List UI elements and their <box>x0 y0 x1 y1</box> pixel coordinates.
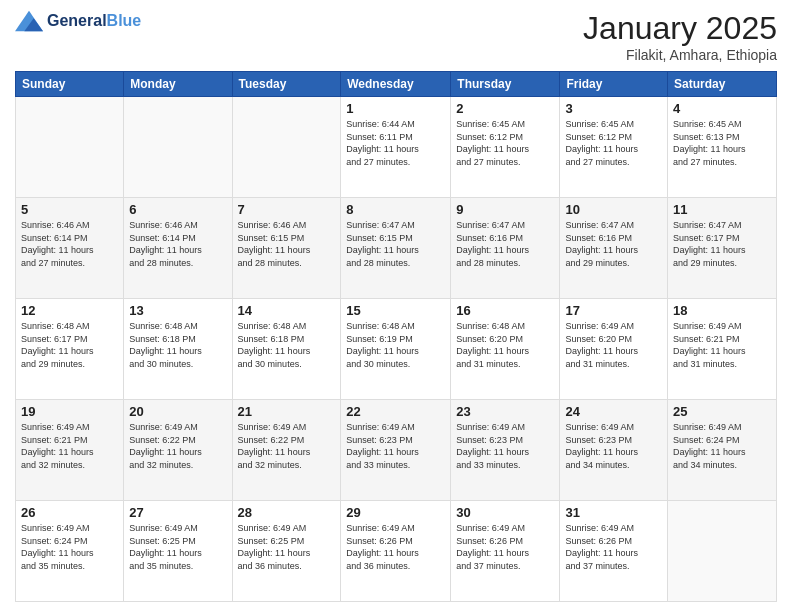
table-cell: 2Sunrise: 6:45 AM Sunset: 6:12 PM Daylig… <box>451 97 560 198</box>
month-title: January 2025 <box>583 10 777 47</box>
day-number: 13 <box>129 303 226 318</box>
title-area: January 2025 Filakit, Amhara, Ethiopia <box>583 10 777 63</box>
day-info: Sunrise: 6:48 AM Sunset: 6:18 PM Dayligh… <box>238 320 336 370</box>
page: GeneralBlue January 2025 Filakit, Amhara… <box>0 0 792 612</box>
table-cell: 24Sunrise: 6:49 AM Sunset: 6:23 PM Dayli… <box>560 400 668 501</box>
table-cell: 8Sunrise: 6:47 AM Sunset: 6:15 PM Daylig… <box>341 198 451 299</box>
day-info: Sunrise: 6:45 AM Sunset: 6:13 PM Dayligh… <box>673 118 771 168</box>
day-number: 20 <box>129 404 226 419</box>
table-cell: 29Sunrise: 6:49 AM Sunset: 6:26 PM Dayli… <box>341 501 451 602</box>
table-cell: 13Sunrise: 6:48 AM Sunset: 6:18 PM Dayli… <box>124 299 232 400</box>
day-number: 25 <box>673 404 771 419</box>
table-cell: 14Sunrise: 6:48 AM Sunset: 6:18 PM Dayli… <box>232 299 341 400</box>
table-cell: 31Sunrise: 6:49 AM Sunset: 6:26 PM Dayli… <box>560 501 668 602</box>
table-cell: 15Sunrise: 6:48 AM Sunset: 6:19 PM Dayli… <box>341 299 451 400</box>
table-cell: 17Sunrise: 6:49 AM Sunset: 6:20 PM Dayli… <box>560 299 668 400</box>
col-wednesday: Wednesday <box>341 72 451 97</box>
day-number: 4 <box>673 101 771 116</box>
day-number: 27 <box>129 505 226 520</box>
table-cell: 23Sunrise: 6:49 AM Sunset: 6:23 PM Dayli… <box>451 400 560 501</box>
day-info: Sunrise: 6:46 AM Sunset: 6:14 PM Dayligh… <box>21 219 118 269</box>
day-info: Sunrise: 6:45 AM Sunset: 6:12 PM Dayligh… <box>456 118 554 168</box>
day-number: 12 <box>21 303 118 318</box>
day-info: Sunrise: 6:49 AM Sunset: 6:23 PM Dayligh… <box>346 421 445 471</box>
day-info: Sunrise: 6:49 AM Sunset: 6:26 PM Dayligh… <box>346 522 445 572</box>
day-number: 8 <box>346 202 445 217</box>
table-cell: 25Sunrise: 6:49 AM Sunset: 6:24 PM Dayli… <box>668 400 777 501</box>
table-cell: 9Sunrise: 6:47 AM Sunset: 6:16 PM Daylig… <box>451 198 560 299</box>
day-number: 21 <box>238 404 336 419</box>
day-number: 30 <box>456 505 554 520</box>
day-info: Sunrise: 6:48 AM Sunset: 6:19 PM Dayligh… <box>346 320 445 370</box>
table-cell <box>668 501 777 602</box>
day-number: 15 <box>346 303 445 318</box>
calendar-week-row: 5Sunrise: 6:46 AM Sunset: 6:14 PM Daylig… <box>16 198 777 299</box>
col-thursday: Thursday <box>451 72 560 97</box>
location: Filakit, Amhara, Ethiopia <box>583 47 777 63</box>
day-info: Sunrise: 6:46 AM Sunset: 6:15 PM Dayligh… <box>238 219 336 269</box>
table-cell <box>232 97 341 198</box>
day-info: Sunrise: 6:49 AM Sunset: 6:25 PM Dayligh… <box>129 522 226 572</box>
day-number: 1 <box>346 101 445 116</box>
day-info: Sunrise: 6:49 AM Sunset: 6:22 PM Dayligh… <box>238 421 336 471</box>
calendar-table: Sunday Monday Tuesday Wednesday Thursday… <box>15 71 777 602</box>
day-number: 9 <box>456 202 554 217</box>
day-info: Sunrise: 6:49 AM Sunset: 6:21 PM Dayligh… <box>21 421 118 471</box>
logo-text: GeneralBlue <box>47 12 141 30</box>
table-cell: 3Sunrise: 6:45 AM Sunset: 6:12 PM Daylig… <box>560 97 668 198</box>
table-cell: 28Sunrise: 6:49 AM Sunset: 6:25 PM Dayli… <box>232 501 341 602</box>
table-cell: 5Sunrise: 6:46 AM Sunset: 6:14 PM Daylig… <box>16 198 124 299</box>
day-number: 3 <box>565 101 662 116</box>
day-info: Sunrise: 6:49 AM Sunset: 6:21 PM Dayligh… <box>673 320 771 370</box>
col-tuesday: Tuesday <box>232 72 341 97</box>
col-monday: Monday <box>124 72 232 97</box>
table-cell: 12Sunrise: 6:48 AM Sunset: 6:17 PM Dayli… <box>16 299 124 400</box>
day-info: Sunrise: 6:48 AM Sunset: 6:18 PM Dayligh… <box>129 320 226 370</box>
day-info: Sunrise: 6:48 AM Sunset: 6:20 PM Dayligh… <box>456 320 554 370</box>
table-cell: 7Sunrise: 6:46 AM Sunset: 6:15 PM Daylig… <box>232 198 341 299</box>
table-cell: 1Sunrise: 6:44 AM Sunset: 6:11 PM Daylig… <box>341 97 451 198</box>
day-number: 6 <box>129 202 226 217</box>
day-number: 26 <box>21 505 118 520</box>
day-number: 22 <box>346 404 445 419</box>
calendar-week-row: 12Sunrise: 6:48 AM Sunset: 6:17 PM Dayli… <box>16 299 777 400</box>
table-cell <box>124 97 232 198</box>
table-cell: 19Sunrise: 6:49 AM Sunset: 6:21 PM Dayli… <box>16 400 124 501</box>
day-number: 10 <box>565 202 662 217</box>
col-saturday: Saturday <box>668 72 777 97</box>
day-info: Sunrise: 6:47 AM Sunset: 6:16 PM Dayligh… <box>565 219 662 269</box>
day-info: Sunrise: 6:45 AM Sunset: 6:12 PM Dayligh… <box>565 118 662 168</box>
day-number: 2 <box>456 101 554 116</box>
logo-icon <box>15 10 43 32</box>
day-number: 28 <box>238 505 336 520</box>
day-number: 17 <box>565 303 662 318</box>
day-info: Sunrise: 6:49 AM Sunset: 6:23 PM Dayligh… <box>565 421 662 471</box>
table-cell: 4Sunrise: 6:45 AM Sunset: 6:13 PM Daylig… <box>668 97 777 198</box>
day-info: Sunrise: 6:47 AM Sunset: 6:16 PM Dayligh… <box>456 219 554 269</box>
logo: GeneralBlue <box>15 10 141 32</box>
day-info: Sunrise: 6:49 AM Sunset: 6:20 PM Dayligh… <box>565 320 662 370</box>
day-number: 19 <box>21 404 118 419</box>
table-cell: 30Sunrise: 6:49 AM Sunset: 6:26 PM Dayli… <box>451 501 560 602</box>
table-cell: 26Sunrise: 6:49 AM Sunset: 6:24 PM Dayli… <box>16 501 124 602</box>
day-number: 18 <box>673 303 771 318</box>
day-info: Sunrise: 6:48 AM Sunset: 6:17 PM Dayligh… <box>21 320 118 370</box>
table-cell: 16Sunrise: 6:48 AM Sunset: 6:20 PM Dayli… <box>451 299 560 400</box>
calendar-week-row: 1Sunrise: 6:44 AM Sunset: 6:11 PM Daylig… <box>16 97 777 198</box>
day-info: Sunrise: 6:49 AM Sunset: 6:24 PM Dayligh… <box>21 522 118 572</box>
table-cell: 18Sunrise: 6:49 AM Sunset: 6:21 PM Dayli… <box>668 299 777 400</box>
day-info: Sunrise: 6:46 AM Sunset: 6:14 PM Dayligh… <box>129 219 226 269</box>
day-number: 11 <box>673 202 771 217</box>
day-number: 14 <box>238 303 336 318</box>
table-cell: 21Sunrise: 6:49 AM Sunset: 6:22 PM Dayli… <box>232 400 341 501</box>
day-info: Sunrise: 6:44 AM Sunset: 6:11 PM Dayligh… <box>346 118 445 168</box>
table-cell <box>16 97 124 198</box>
day-number: 24 <box>565 404 662 419</box>
table-cell: 20Sunrise: 6:49 AM Sunset: 6:22 PM Dayli… <box>124 400 232 501</box>
day-info: Sunrise: 6:49 AM Sunset: 6:25 PM Dayligh… <box>238 522 336 572</box>
calendar-week-row: 19Sunrise: 6:49 AM Sunset: 6:21 PM Dayli… <box>16 400 777 501</box>
calendar-week-row: 26Sunrise: 6:49 AM Sunset: 6:24 PM Dayli… <box>16 501 777 602</box>
day-number: 23 <box>456 404 554 419</box>
table-cell: 27Sunrise: 6:49 AM Sunset: 6:25 PM Dayli… <box>124 501 232 602</box>
day-number: 5 <box>21 202 118 217</box>
